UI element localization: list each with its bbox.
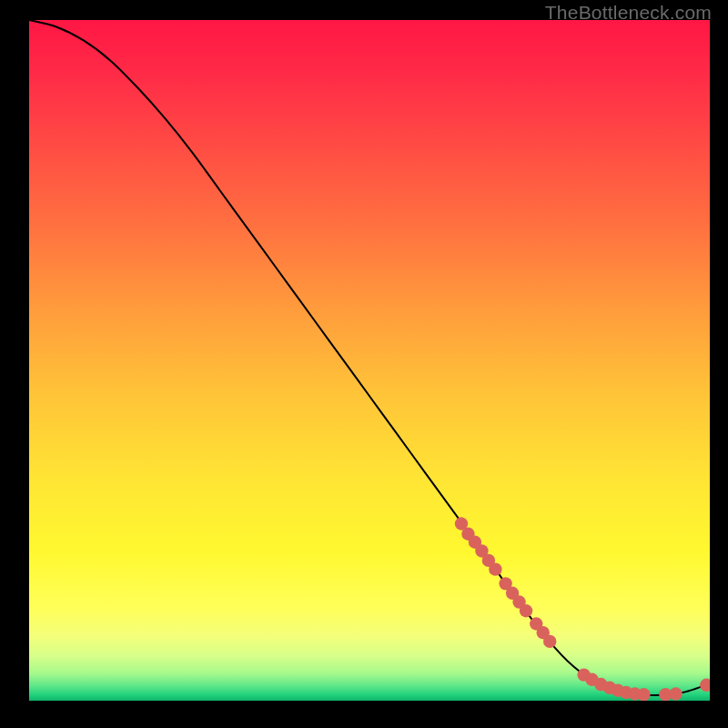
data-marker	[520, 604, 532, 617]
data-markers	[455, 517, 710, 701]
plot-area	[29, 20, 710, 701]
data-marker	[669, 687, 682, 700]
chart-stage: TheBottleneck.com	[0, 0, 728, 728]
data-marker	[489, 562, 501, 575]
data-marker	[700, 679, 710, 692]
bottleneck-curve	[29, 20, 710, 695]
watermark-text: TheBottleneck.com	[545, 2, 712, 24]
data-marker	[543, 635, 556, 648]
data-marker	[637, 688, 650, 701]
chart-overlay	[29, 20, 710, 701]
